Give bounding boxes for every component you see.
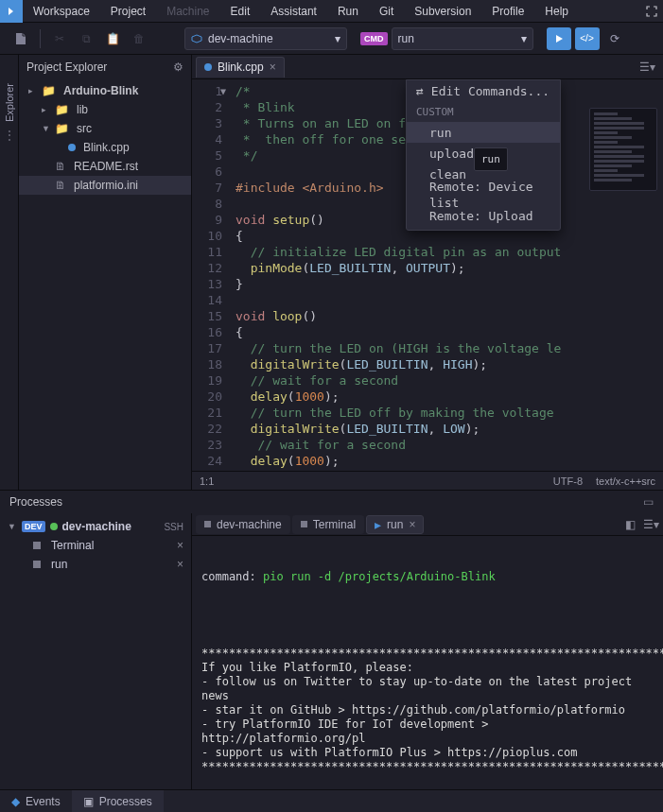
events-tab[interactable]: ◆ Events — [0, 790, 72, 812]
more-icon[interactable]: ⋮ — [3, 128, 16, 143]
run-button[interactable] — [547, 27, 571, 50]
menu-icon[interactable]: ☰▾ — [639, 60, 655, 74]
cmd-badge: CMD — [360, 32, 388, 45]
delete-icon: 🗑 — [128, 27, 150, 50]
side-rail-label[interactable]: Explorer — [4, 83, 15, 122]
process-tab[interactable]: dev-machine — [196, 515, 290, 534]
events-icon: ◆ — [11, 795, 20, 808]
machine-name: dev-machine — [62, 520, 131, 533]
bottom-bar: ◆ Events ▣ Processes — [0, 789, 663, 812]
folder-icon: 📁 — [55, 122, 69, 135]
file-icon: 🗎 — [55, 160, 66, 173]
file-icon: 🗎 — [55, 179, 66, 192]
connection-type: SSH — [164, 522, 183, 532]
debug-button[interactable]: </> — [575, 27, 600, 50]
menu-project[interactable]: Project — [100, 0, 156, 23]
command-label: run — [398, 32, 414, 45]
sliders-icon: ⇄ — [416, 83, 424, 99]
cursor-position: 1:1 — [200, 475, 214, 487]
command-select[interactable]: run ▾ — [392, 27, 533, 50]
menu-profile[interactable]: Profile — [481, 0, 534, 23]
editor-tabs: Blink.cpp × ☰▾ — [192, 55, 663, 79]
process-item[interactable]: Terminal× — [0, 536, 191, 555]
edit-commands-item[interactable]: ⇄ Edit Commands... — [407, 80, 560, 101]
process-tree: ▼ DEV dev-machine SSH Terminal×run× — [0, 513, 192, 789]
copy-icon: ⧉ — [75, 27, 97, 50]
split-icon[interactable]: ◧ — [625, 518, 636, 531]
gear-icon[interactable]: ⚙ — [173, 60, 183, 74]
main-area: Explorer ⋮ Project Explorer ⚙ ▸📁Arduino-… — [0, 55, 663, 490]
menu-edit[interactable]: Edit — [220, 0, 261, 23]
terminal-icon: ▣ — [83, 795, 94, 808]
separator — [40, 29, 41, 48]
tree-item-label: src — [77, 122, 92, 135]
tree-item[interactable]: ▼📁src — [19, 119, 191, 138]
process-terminal-area: dev-machineTerminal▸run× ◧ ☰▾ command: p… — [192, 513, 663, 789]
machine-select[interactable]: dev-machine ▾ — [184, 27, 347, 50]
tree-item[interactable]: ▸📁Arduino-Blink — [19, 81, 191, 100]
tree-item[interactable]: Blink.cpp — [19, 138, 191, 157]
tree-item-label: platformio.ini — [74, 179, 138, 192]
machine-label: dev-machine — [208, 32, 273, 45]
process-tab[interactable]: Terminal — [292, 515, 364, 534]
tree-item-label: Arduino-Blink — [63, 84, 138, 97]
status-dot-icon — [50, 523, 58, 530]
settings-icon[interactable]: ▭ — [643, 495, 654, 509]
project-icon: 📁 — [42, 84, 56, 97]
cube-icon — [191, 34, 202, 43]
app-logo[interactable] — [0, 0, 23, 23]
terminal-output[interactable]: command: pio run -d /projects/Arduino-Bl… — [192, 536, 663, 789]
editor-tab[interactable]: Blink.cpp × — [196, 57, 285, 78]
command-item[interactable]: run — [407, 122, 560, 143]
menu-subversion[interactable]: Subversion — [404, 0, 481, 23]
tree-item[interactable]: ▸📁lib — [19, 100, 191, 119]
menubar: WorkspaceProjectMachineEditAssistantRunG… — [0, 0, 663, 23]
command-item[interactable]: Remote: Device list — [407, 184, 560, 205]
processes-tab[interactable]: ▣ Processes — [72, 790, 164, 812]
close-icon[interactable]: × — [270, 60, 276, 74]
menu-help[interactable]: Help — [534, 0, 579, 23]
tree-item-label: Blink.cpp — [83, 141, 130, 154]
editor: Blink.cpp × ☰▾ ▼ 12345678910111213141516… — [192, 55, 663, 490]
chevron-down-icon: ▾ — [521, 32, 527, 45]
fold-icon[interactable]: ▼ — [220, 83, 226, 99]
tab-label: Blink.cpp — [218, 60, 264, 74]
tree-item[interactable]: 🗎README.rst — [19, 157, 191, 176]
processes-title: Processes — [9, 495, 62, 509]
file-type-icon — [204, 63, 212, 71]
menu-assistant[interactable]: Assistant — [260, 0, 327, 23]
tooltip: run — [474, 147, 508, 171]
chevron-down-icon: ▼ — [8, 522, 17, 531]
file-type: text/x-c++src — [596, 475, 655, 487]
tree-item[interactable]: 🗎platformio.ini — [19, 176, 191, 195]
menu-workspace[interactable]: Workspace — [23, 0, 100, 23]
folder-icon: 📁 — [55, 103, 69, 116]
cut-icon: ✂ — [48, 27, 71, 50]
process-tabs: dev-machineTerminal▸run× ◧ ☰▾ — [192, 513, 663, 536]
menu-section: CUSTOM — [407, 101, 560, 122]
paste-icon: 📋 — [101, 27, 124, 50]
explorer-header: Project Explorer ⚙ — [19, 55, 191, 79]
file-tree: ▸📁Arduino-Blink▸📁lib▼📁srcBlink.cpp🗎READM… — [19, 79, 191, 197]
menu-icon[interactable]: ☰▾ — [643, 518, 659, 531]
new-file-icon[interactable] — [9, 27, 32, 50]
toolbar: ✂ ⧉ 📋 🗑 dev-machine ▾ CMD run ▾ </> ⟳ — [0, 23, 663, 55]
menu-machine[interactable]: Machine — [156, 0, 219, 23]
explorer-title: Project Explorer — [26, 60, 107, 74]
process-tab[interactable]: ▸run× — [366, 515, 424, 534]
chevron-down-icon: ▾ — [335, 32, 340, 45]
process-machine-row[interactable]: ▼ DEV dev-machine SSH — [0, 517, 191, 536]
tree-item-label: README.rst — [74, 160, 138, 173]
processes-panel: Processes ▭ ▼ DEV dev-machine SSH Termin… — [0, 490, 663, 789]
encoding: UTF-8 — [553, 475, 583, 487]
menu-run[interactable]: Run — [327, 0, 369, 23]
menu-git[interactable]: Git — [369, 0, 404, 23]
code-area[interactable]: ▼ 12345678910111213141516171819202122232… — [192, 79, 663, 471]
process-item[interactable]: run× — [0, 555, 191, 574]
line-gutter: 1234567891011121314151617181920212223242… — [192, 79, 230, 471]
fullscreen-icon[interactable] — [640, 0, 663, 23]
dev-badge: DEV — [22, 521, 45, 532]
side-rail: Explorer ⋮ — [0, 55, 19, 490]
refresh-icon[interactable]: ⟳ — [603, 27, 626, 50]
minimap[interactable] — [589, 108, 657, 191]
